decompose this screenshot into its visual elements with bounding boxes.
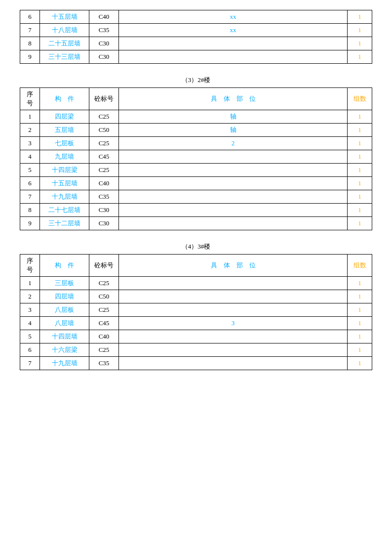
seq-cell: 1 <box>20 110 40 124</box>
comp-cell: 十五层墙 <box>40 177 89 190</box>
header-count: 组数 <box>348 255 372 277</box>
seq-cell: 5 <box>20 164 40 177</box>
seq-cell: 4 <box>20 317 40 330</box>
count-cell: 1 <box>348 204 372 217</box>
building2-section: （3）2#楼 序 号构 件砼标号具 体 部 位组数 1 四层梁 C25 轴 1 … <box>20 76 372 230</box>
comp-cell: 十五层墙 <box>40 10 89 24</box>
comp-cell: 三层板 <box>40 277 89 290</box>
header-grade: 砼标号 <box>89 88 119 110</box>
loc-cell <box>119 177 348 190</box>
count-cell: 1 <box>348 137 372 150</box>
table-row: 6 十五层墙 C40 xx 1 <box>20 10 372 24</box>
table-row: 9 三十二层墙 C30 1 <box>20 217 372 230</box>
comp-cell: 四层梁 <box>40 110 89 124</box>
loc-cell <box>119 303 348 317</box>
count-cell: 1 <box>348 10 372 24</box>
grade-cell: C40 <box>89 177 119 190</box>
loc-cell: 3 <box>119 317 348 330</box>
seq-cell: 5 <box>20 330 40 343</box>
comp-cell: 七层板 <box>40 137 89 150</box>
header-row: 序 号构 件砼标号具 体 部 位组数 <box>20 255 372 277</box>
loc-cell <box>119 150 348 164</box>
comp-cell: 三十二层墙 <box>40 217 89 230</box>
table-row: 6 十五层墙 C40 1 <box>20 177 372 190</box>
table-row: 2 五层墙 C50 轴 1 <box>20 124 372 137</box>
comp-cell: 三十三层墙 <box>40 50 89 64</box>
table-row: 6 十六层梁 C25 1 <box>20 343 372 357</box>
grade-cell: C30 <box>89 204 119 217</box>
grade-cell: C40 <box>89 330 119 343</box>
building2-table: 序 号构 件砼标号具 体 部 位组数 1 四层梁 C25 轴 1 2 五层墙 C… <box>20 87 372 230</box>
count-cell: 1 <box>348 190 372 204</box>
grade-cell: C50 <box>89 290 119 303</box>
comp-cell: 八层墙 <box>40 317 89 330</box>
seq-cell: 3 <box>20 137 40 150</box>
loc-cell: xx <box>119 24 348 37</box>
grade-cell: C40 <box>89 10 119 24</box>
header-loc: 具 体 部 位 <box>119 255 348 277</box>
grade-cell: C25 <box>89 137 119 150</box>
table-row: 8 二十五层墙 C30 1 <box>20 37 372 50</box>
count-cell: 1 <box>348 357 372 370</box>
loc-cell <box>119 357 348 370</box>
table-row: 3 八层板 C25 1 <box>20 303 372 317</box>
loc-cell: 轴 <box>119 110 348 124</box>
loc-cell <box>119 37 348 50</box>
building3-table: 序 号构 件砼标号具 体 部 位组数 1 三层板 C25 1 2 四层墙 C50… <box>20 254 372 370</box>
comp-cell: 十九层墙 <box>40 357 89 370</box>
loc-cell <box>119 217 348 230</box>
seq-cell: 9 <box>20 50 40 64</box>
seq-cell: 7 <box>20 357 40 370</box>
comp-cell: 十六层梁 <box>40 343 89 357</box>
comp-cell: 五层墙 <box>40 124 89 137</box>
loc-cell <box>119 290 348 303</box>
count-cell: 1 <box>348 50 372 64</box>
count-cell: 1 <box>348 164 372 177</box>
seq-cell: 6 <box>20 10 40 24</box>
grade-cell: C25 <box>89 164 119 177</box>
count-cell: 1 <box>348 37 372 50</box>
loc-cell: xx <box>119 10 348 24</box>
count-cell: 1 <box>348 177 372 190</box>
comp-cell: 九层墙 <box>40 150 89 164</box>
grade-cell: C35 <box>89 357 119 370</box>
grade-cell: C50 <box>89 124 119 137</box>
seq-cell: 8 <box>20 37 40 50</box>
grade-cell: C30 <box>89 50 119 64</box>
building2-title: （3）2#楼 <box>20 76 372 85</box>
seq-cell: 7 <box>20 190 40 204</box>
comp-cell: 二十七层墙 <box>40 204 89 217</box>
table-row: 4 八层墙 C45 3 1 <box>20 317 372 330</box>
table-row: 3 七层板 C25 2 1 <box>20 137 372 150</box>
table-row: 7 十九层墙 C35 1 <box>20 190 372 204</box>
loc-cell <box>119 330 348 343</box>
table-row: 8 二十七层墙 C30 1 <box>20 204 372 217</box>
header-comp: 构 件 <box>40 255 89 277</box>
loc-cell <box>119 50 348 64</box>
seq-cell: 1 <box>20 277 40 290</box>
seq-cell: 2 <box>20 124 40 137</box>
header-comp: 构 件 <box>40 88 89 110</box>
count-cell: 1 <box>348 110 372 124</box>
header-loc: 具 体 部 位 <box>119 88 348 110</box>
count-cell: 1 <box>348 150 372 164</box>
grade-cell: C35 <box>89 24 119 37</box>
grade-cell: C25 <box>89 110 119 124</box>
comp-cell: 十八层墙 <box>40 24 89 37</box>
table-row: 5 十四层梁 C25 1 <box>20 164 372 177</box>
loc-cell <box>119 164 348 177</box>
comp-cell: 十四层梁 <box>40 164 89 177</box>
loc-cell <box>119 190 348 204</box>
building3-title: （4）3#楼 <box>20 242 372 251</box>
count-cell: 1 <box>348 124 372 137</box>
loc-cell: 2 <box>119 137 348 150</box>
table-row: 7 十九层墙 C35 1 <box>20 357 372 370</box>
table-row: 5 十四层墙 C40 1 <box>20 330 372 343</box>
top-continuation-table: 6 十五层墙 C40 xx 1 7 十八层墙 C35 xx 1 8 二十五层墙 … <box>20 10 372 64</box>
grade-cell: C30 <box>89 217 119 230</box>
comp-cell: 四层墙 <box>40 290 89 303</box>
table-row: 9 三十三层墙 C30 1 <box>20 50 372 64</box>
count-cell: 1 <box>348 24 372 37</box>
count-cell: 1 <box>348 290 372 303</box>
seq-cell: 9 <box>20 217 40 230</box>
